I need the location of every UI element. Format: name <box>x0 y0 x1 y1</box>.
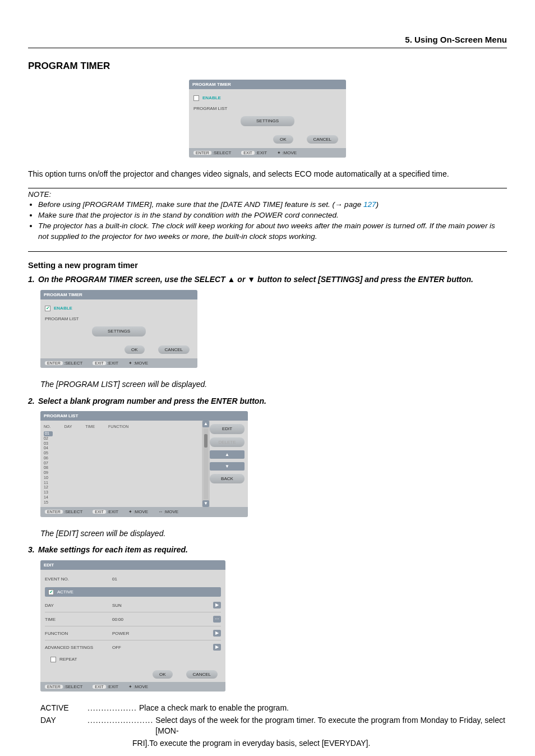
exit-key-icon: EXIT <box>241 151 255 155</box>
cancel-button-edit[interactable]: CANCEL <box>186 670 218 679</box>
breadcrumb: 5. Using On-Screen Menu <box>28 34 507 48</box>
caption-2: The [EDIT] screen will be displayed. <box>40 528 507 540</box>
panel4-footer: ENTER :SELECT EXIT :EXIT ✦ :MOVE <box>40 682 225 692</box>
note-divider-top <box>28 188 507 188</box>
desc-day-cont: FRI].To execute the program in everyday … <box>132 738 507 749</box>
enter-key-icon-3: ENTER <box>45 510 63 514</box>
enter-key-icon: ENTER <box>193 151 211 155</box>
plist-row[interactable]: 03 <box>44 441 200 446</box>
exit-key-icon-4: EXIT <box>93 685 106 689</box>
scroll-up-icon[interactable]: ▲ <box>202 421 209 427</box>
caption-1: The [PROGRAM LIST] screen will be displa… <box>40 379 507 390</box>
scrollbar[interactable]: ▲ ▼ <box>202 421 210 507</box>
plist-row[interactable]: 10 <box>44 476 200 481</box>
plist-row[interactable]: 04 <box>44 446 200 451</box>
settings-button[interactable]: SETTINGS <box>241 116 294 126</box>
ok-button-2[interactable]: OK <box>124 345 145 354</box>
panel2-title: PROGRAM TIMER <box>40 290 197 299</box>
ellipsis-icon[interactable]: ⋯ <box>213 616 221 623</box>
right-arrow-icon[interactable]: ▶ <box>213 630 221 637</box>
cancel-button[interactable]: CANCEL <box>307 135 338 144</box>
scroll-track[interactable] <box>204 428 208 499</box>
event-no-label: EVENT NO. <box>45 576 112 582</box>
program-timer-panel-2: PROGRAM TIMER ✔ ENABLE PROGRAM LIST SETT… <box>40 290 197 368</box>
plist-rows[interactable]: 01 02 03 04 05 06 07 08 09 10 11 12 13 1… <box>44 431 200 505</box>
intro-text: This option turns on/off the projector a… <box>28 169 507 180</box>
plist-row[interactable]: 06 <box>44 456 200 461</box>
active-checkbox[interactable]: ✔ <box>48 589 54 595</box>
note-label: NOTE: <box>28 190 507 200</box>
panel1-footer: ENTER :SELECT EXIT :EXIT ✦ :MOVE <box>189 148 346 158</box>
settings-button-2[interactable]: SETTINGS <box>92 326 146 336</box>
edit-row-advanced[interactable]: ADVANCED SETTINGS OFF ▶ <box>45 641 221 653</box>
active-row[interactable]: ✔ ACTIVE <box>45 587 221 597</box>
edit-row-day[interactable]: DAY SUN ▶ <box>45 599 221 611</box>
plist-row[interactable]: 15 <box>44 500 200 505</box>
plist-row[interactable]: 08 <box>44 465 200 471</box>
plist-header: NO. DAY TIME FUNCTION <box>44 423 200 431</box>
note-item-3: The projector has a built-in clock. The … <box>38 221 507 242</box>
step-2: 2.Select a blank program number and pres… <box>28 396 507 407</box>
program-list-label-2: PROGRAM LIST <box>45 316 79 322</box>
enable-label-2: ENABLE <box>54 305 72 311</box>
plist-row[interactable]: 09 <box>44 471 200 476</box>
desc-day: DAY ........................ Select days… <box>40 715 507 737</box>
section-title: PROGRAM TIMER <box>28 59 507 73</box>
note-item-1: Before using [PROGRAM TIMER], make sure … <box>38 200 507 210</box>
note-item-2: Make sure that the projector is in the s… <box>38 210 507 221</box>
right-arrow-icon[interactable]: ▶ <box>213 602 221 609</box>
ok-button-edit[interactable]: OK <box>153 670 173 679</box>
plist-row-01[interactable]: 01 <box>44 431 53 436</box>
plist-side-buttons: EDIT DELETE ▲ ▼ BACK <box>210 421 248 507</box>
plist-row[interactable]: 11 <box>44 481 200 486</box>
plist-row[interactable]: 02 <box>44 436 200 441</box>
exit-key-icon-3: EXIT <box>93 510 106 514</box>
enter-key-icon-4: ENTER <box>45 685 63 689</box>
step-1: 1.On the PROGRAM TIMER screen, use the S… <box>28 274 507 285</box>
page-link-127[interactable]: 127 <box>363 200 376 209</box>
right-arrow-icon[interactable]: ▶ <box>213 644 221 651</box>
note-divider-bottom <box>28 251 507 252</box>
edit-row-time[interactable]: TIME 00:00 ⋯ <box>45 613 221 625</box>
ok-button[interactable]: OK <box>273 135 293 144</box>
panel3-title: PROGRAM LIST <box>40 411 248 421</box>
panel4-title: EDIT <box>40 560 225 570</box>
edit-button[interactable]: EDIT <box>210 424 245 434</box>
list-down-button[interactable]: ▼ <box>210 462 245 471</box>
enter-key-icon-2: ENTER <box>45 361 63 365</box>
repeat-label: REPEAT <box>59 656 77 662</box>
panel1-title: PROGRAM TIMER <box>189 80 346 89</box>
plist-row[interactable]: 07 <box>44 461 200 466</box>
plist-row[interactable]: 13 <box>44 490 200 495</box>
note-block: NOTE: Before using [PROGRAM TIMER], make… <box>28 190 507 242</box>
enable-checkbox-checked[interactable]: ✔ <box>45 306 50 311</box>
down-triangle-icon: ▼ <box>247 275 255 284</box>
exit-key-icon-2: EXIT <box>93 361 106 365</box>
subhead-setting: Setting a new program timer <box>28 260 507 271</box>
step-3: 3.Make settings for each item as require… <box>28 545 507 556</box>
plist-row[interactable]: 12 <box>44 485 200 490</box>
program-list-panel: PROGRAM LIST NO. DAY TIME FUNCTION 01 02… <box>40 411 248 517</box>
edit-panel: EDIT EVENT NO. 01 ✔ ACTIVE DAY SUN ▶ TIM… <box>40 560 225 692</box>
event-no-value: 01 <box>112 576 221 582</box>
panel3-footer: ENTER :SELECT EXIT :EXIT ✦ :MOVE ↔ :MOVE <box>40 507 248 517</box>
desc-active: ACTIVE .................. Place a check … <box>40 703 507 714</box>
repeat-checkbox[interactable] <box>50 657 56 662</box>
program-timer-panel-1: PROGRAM TIMER ENABLE PROGRAM LIST SETTIN… <box>189 80 346 158</box>
program-list-label: PROGRAM LIST <box>193 105 227 112</box>
delete-button[interactable]: DELETE <box>210 437 245 447</box>
scroll-down-icon[interactable]: ▼ <box>202 500 209 507</box>
back-button[interactable]: BACK <box>210 474 245 483</box>
enable-checkbox-unchecked[interactable] <box>193 95 199 101</box>
enable-label: ENABLE <box>202 95 221 101</box>
list-up-button[interactable]: ▲ <box>210 450 245 459</box>
plist-row[interactable]: 14 <box>44 495 200 500</box>
description-block: ACTIVE .................. Place a check … <box>40 703 507 749</box>
program-list-table: NO. DAY TIME FUNCTION 01 02 03 04 05 06 … <box>40 421 202 507</box>
plist-row[interactable]: 05 <box>44 451 200 456</box>
panel2-footer: ENTER :SELECT EXIT :EXIT ✦ :MOVE <box>40 358 197 368</box>
active-label: ACTIVE <box>57 589 73 595</box>
edit-row-function[interactable]: FUNCTION POWER ▶ <box>45 627 221 639</box>
up-triangle-icon: ▲ <box>228 275 236 284</box>
cancel-button-2[interactable]: CANCEL <box>158 345 190 354</box>
